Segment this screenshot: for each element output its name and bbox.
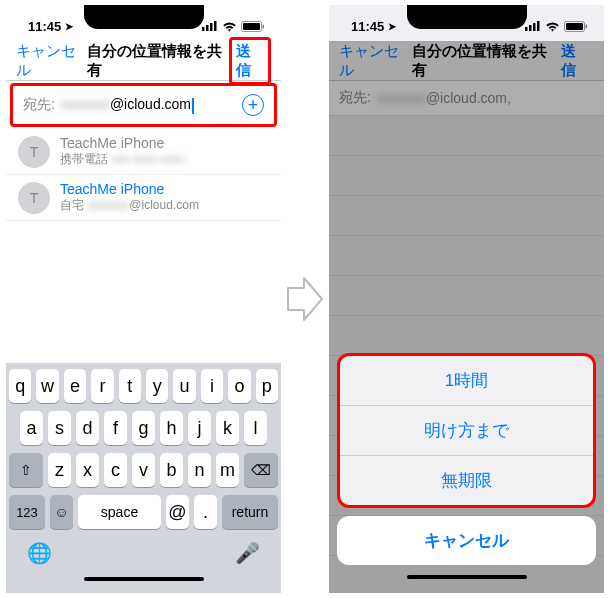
key-l[interactable]: l <box>244 411 267 445</box>
recipient-input[interactable]: xxxxxxx@icloud.com <box>61 96 242 113</box>
status-bar: 11:45 ➤ <box>329 5 604 41</box>
svg-rect-9 <box>533 23 536 31</box>
key-j[interactable]: j <box>188 411 211 445</box>
add-contact-button[interactable]: + <box>242 94 264 116</box>
key-t[interactable]: t <box>119 369 141 403</box>
nav-bar: キャンセル 自分の位置情報を共有 送信 <box>6 41 281 81</box>
key-z[interactable]: z <box>48 453 71 487</box>
contact-suggestions: T TeachMe iPhone 携帯電話 xxx xxxx xxxx T Te… <box>6 129 281 363</box>
key-h[interactable]: h <box>160 411 183 445</box>
key-x[interactable]: x <box>76 453 99 487</box>
svg-rect-3 <box>214 21 217 31</box>
backspace-key[interactable]: ⌫ <box>244 453 278 487</box>
flow-arrow-icon <box>285 276 325 322</box>
contact-detail: 携帯電話 xxx xxxx xxxx <box>60 151 184 168</box>
key-n[interactable]: n <box>188 453 211 487</box>
at-key[interactable]: @ <box>166 495 189 529</box>
svg-rect-5 <box>243 23 260 30</box>
status-bar: 11:45 ➤ <box>6 5 281 41</box>
key-y[interactable]: y <box>146 369 168 403</box>
contact-name: TeachMe iPhone <box>60 181 199 197</box>
globe-icon[interactable]: 🌐 <box>27 541 52 565</box>
wifi-icon <box>545 21 560 32</box>
wifi-icon <box>222 21 237 32</box>
send-button[interactable]: 送信 <box>229 37 271 85</box>
key-r[interactable]: r <box>91 369 113 403</box>
avatar: T <box>18 136 50 168</box>
key-o[interactable]: o <box>228 369 250 403</box>
shift-key[interactable]: ⇧ <box>9 453 43 487</box>
svg-rect-6 <box>263 24 265 28</box>
svg-rect-2 <box>210 23 213 31</box>
signal-icon <box>525 21 541 31</box>
contact-cell[interactable]: T TeachMe iPhone 自宅 xxxxxxx@icloud.com <box>6 175 281 221</box>
cancel-button[interactable]: キャンセル <box>16 42 87 80</box>
status-time: 11:45 <box>28 19 61 34</box>
numbers-key[interactable]: 123 <box>9 495 45 529</box>
phone-left: 11:45 ➤ キャンセル 自分の位置情報を共有 送信 宛先: xxxxxxx@… <box>6 5 281 593</box>
contact-name: TeachMe iPhone <box>60 135 184 151</box>
key-v[interactable]: v <box>132 453 155 487</box>
battery-icon <box>241 21 265 32</box>
key-f[interactable]: f <box>104 411 127 445</box>
keyboard[interactable]: qwertyuiop asdfghjkl ⇧ zxcvbnm ⌫ 123 ☺ s… <box>6 363 281 593</box>
option-1hour[interactable]: 1時間 <box>340 356 593 406</box>
duration-options: 1時間 明け方まで 無期限 <box>337 353 596 508</box>
home-indicator[interactable] <box>84 577 204 581</box>
key-e[interactable]: e <box>64 369 86 403</box>
notch <box>407 5 527 29</box>
location-services-icon: ➤ <box>388 21 396 32</box>
svg-rect-8 <box>529 25 532 31</box>
svg-rect-1 <box>206 25 209 31</box>
key-w[interactable]: w <box>36 369 58 403</box>
text-cursor <box>192 98 194 114</box>
avatar: T <box>18 182 50 214</box>
option-indefinite[interactable]: 無期限 <box>340 456 593 505</box>
recipient-label: 宛先: <box>23 96 55 114</box>
page-title: 自分の位置情報を共有 <box>87 42 229 80</box>
mic-icon[interactable]: 🎤 <box>235 541 260 565</box>
svg-rect-0 <box>202 27 205 31</box>
option-until-dawn[interactable]: 明け方まで <box>340 406 593 456</box>
key-i[interactable]: i <box>201 369 223 403</box>
contact-detail: 自宅 xxxxxxx@icloud.com <box>60 197 199 214</box>
location-services-icon: ➤ <box>65 21 73 32</box>
emoji-key[interactable]: ☺ <box>50 495 73 529</box>
svg-rect-13 <box>586 24 588 28</box>
key-u[interactable]: u <box>173 369 195 403</box>
key-g[interactable]: g <box>132 411 155 445</box>
key-c[interactable]: c <box>104 453 127 487</box>
key-b[interactable]: b <box>160 453 183 487</box>
svg-rect-10 <box>537 21 540 31</box>
home-indicator[interactable] <box>407 575 527 579</box>
sheet-cancel-button[interactable]: キャンセル <box>337 516 596 565</box>
key-a[interactable]: a <box>20 411 43 445</box>
space-key[interactable]: space <box>78 495 161 529</box>
dot-key[interactable]: . <box>194 495 217 529</box>
key-m[interactable]: m <box>216 453 239 487</box>
return-key[interactable]: return <box>222 495 278 529</box>
status-time: 11:45 <box>351 19 384 34</box>
svg-rect-12 <box>566 23 583 30</box>
key-s[interactable]: s <box>48 411 71 445</box>
key-d[interactable]: d <box>76 411 99 445</box>
svg-rect-7 <box>525 27 528 31</box>
contact-cell[interactable]: T TeachMe iPhone 携帯電話 xxx xxxx xxxx <box>6 129 281 175</box>
key-q[interactable]: q <box>9 369 31 403</box>
content-area: キャンセル 自分の位置情報を共有 送信 宛先: xxxxxxx@icloud.c… <box>329 41 604 593</box>
key-p[interactable]: p <box>256 369 278 403</box>
recipient-row[interactable]: 宛先: xxxxxxx@icloud.com + <box>10 83 277 127</box>
action-sheet: 1時間 明け方まで 無期限 キャンセル <box>337 353 596 583</box>
key-k[interactable]: k <box>216 411 239 445</box>
battery-icon <box>564 21 588 32</box>
signal-icon <box>202 21 218 31</box>
phone-right: 11:45 ➤ キャンセル 自分の位置情報を共有 送信 宛先: xxxxxxx@… <box>329 5 604 593</box>
notch <box>84 5 204 29</box>
